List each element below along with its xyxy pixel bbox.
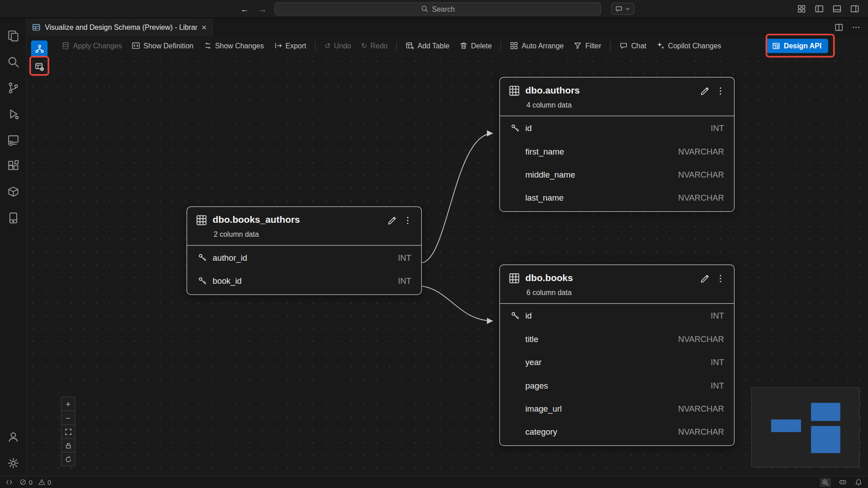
table-column-row[interactable]: categoryNVARCHAR <box>500 420 734 443</box>
table-column-row[interactable]: pagesINT <box>500 374 734 397</box>
designer-toolbar: Apply Changes Show Definition Show Chang… <box>27 37 868 55</box>
notifications-bell-icon[interactable] <box>855 479 863 486</box>
trash-icon <box>459 42 467 50</box>
table-column-row[interactable]: idINT <box>500 116 734 139</box>
table-rows: idINTtitleNVARCHARyearINTpagesINTimage_u… <box>500 304 734 443</box>
table-column-row[interactable]: author_idINT <box>187 246 421 269</box>
column-type: NVARCHAR <box>678 193 724 202</box>
zoom-in-button[interactable]: + <box>61 397 75 411</box>
table-icon <box>509 273 519 284</box>
lock-view-button[interactable] <box>61 438 75 453</box>
tab-title: Visualize and Design Schema (Preview) - … <box>45 23 197 31</box>
settings-gear-icon[interactable] <box>0 450 26 476</box>
fk-books-authors-to-authors <box>422 133 493 263</box>
export-button[interactable]: Export <box>269 39 311 52</box>
column-name: title <box>525 334 678 343</box>
column-type: NVARCHAR <box>678 427 724 436</box>
table-column-row[interactable]: titleNVARCHAR <box>500 327 734 350</box>
toggle-secondary-sidebar-icon[interactable] <box>850 5 859 14</box>
table-definition-button[interactable] <box>31 58 48 75</box>
show-definition-button[interactable]: Show Definition <box>127 39 198 52</box>
chat-bubble-icon <box>615 5 623 13</box>
database-cube-icon[interactable] <box>0 179 26 205</box>
more-actions-icon[interactable] <box>852 23 860 31</box>
sparkle-icon <box>656 42 665 50</box>
error-icon <box>19 479 27 486</box>
table-column-row[interactable]: middle_nameNVARCHAR <box>500 163 734 186</box>
zoom-status-icon[interactable] <box>820 478 830 487</box>
column-type: INT <box>398 253 411 262</box>
edit-table-icon[interactable] <box>387 215 397 225</box>
column-type: INT <box>398 276 411 285</box>
table-kebab-menu-icon[interactable] <box>716 274 725 283</box>
export-icon <box>274 42 282 50</box>
table-card-authors[interactable]: dbo.authors 4 column data idINTfirst_nam… <box>499 77 734 212</box>
tab-schema-designer[interactable]: Visualize and Design Schema (Preview) - … <box>27 18 212 36</box>
layout-grid-icon[interactable] <box>797 5 806 14</box>
database-projects-icon[interactable] <box>0 205 26 231</box>
diagram-minimap[interactable] <box>751 387 860 468</box>
redo-icon: ↻ <box>361 42 367 50</box>
toggle-sidebar-icon[interactable] <box>815 5 824 14</box>
run-debug-icon[interactable] <box>0 101 26 127</box>
schema-visualization-button[interactable] <box>31 40 48 57</box>
remote-explorer-icon[interactable] <box>0 127 26 153</box>
refresh-view-button[interactable] <box>61 452 75 466</box>
table-column-row[interactable]: image_urlNVARCHAR <box>500 397 734 420</box>
table-kebab-menu-icon[interactable] <box>403 216 412 225</box>
apply-changes-button[interactable]: Apply Changes <box>57 39 127 52</box>
edit-table-icon[interactable] <box>700 273 710 283</box>
table-card-books[interactable]: dbo.books 6 column data idINTtitleNVARCH… <box>499 264 734 446</box>
table-column-row[interactable]: yearINT <box>500 350 734 373</box>
table-column-row[interactable]: idINT <box>500 304 734 327</box>
toggle-panel-icon[interactable] <box>833 5 842 14</box>
copilot-changes-button[interactable]: Copilot Changes <box>651 39 726 52</box>
add-table-icon <box>406 42 414 50</box>
redo-label: Redo <box>370 42 387 50</box>
add-table-button[interactable]: Add Table <box>401 39 454 52</box>
table-kebab-menu-icon[interactable] <box>716 86 725 95</box>
undo-button[interactable]: ↺ Undo <box>320 39 356 52</box>
search-input[interactable]: Search <box>274 2 601 15</box>
search-activity-icon[interactable] <box>0 49 26 75</box>
split-editor-icon[interactable] <box>835 23 843 31</box>
auto-arrange-button[interactable]: Auto Arrange <box>505 39 569 52</box>
schema-canvas[interactable]: dbo.books_authors 2 column data author_i… <box>27 55 868 476</box>
table-card-books-authors[interactable]: dbo.books_authors 2 column data author_i… <box>187 206 422 295</box>
table-icon <box>509 85 519 96</box>
design-api-button[interactable]: Design API <box>765 38 828 53</box>
navigate-forward-button[interactable]: → <box>259 4 267 14</box>
column-name: image_url <box>525 404 678 413</box>
apply-changes-label: Apply Changes <box>73 42 122 50</box>
zoom-out-button[interactable]: − <box>61 411 75 425</box>
redo-button[interactable]: ↻ Redo <box>356 39 393 52</box>
fit-view-button[interactable] <box>61 424 75 439</box>
table-column-row[interactable]: last_nameNVARCHAR <box>500 186 734 209</box>
column-name: last_name <box>525 193 678 202</box>
warning-count: 0 <box>47 479 51 486</box>
filter-button[interactable]: Filter <box>569 39 606 52</box>
accounts-icon[interactable] <box>0 424 26 450</box>
table-column-row[interactable]: first_nameNVARCHAR <box>500 140 734 163</box>
table-column-row[interactable]: book_idINT <box>187 269 421 292</box>
table-column-count: 4 column data <box>500 96 734 116</box>
tab-close-button[interactable]: × <box>202 23 207 32</box>
tab-actions <box>835 18 868 36</box>
toolbar-separator <box>500 41 501 50</box>
titlebar-left: ← → <box>0 4 274 14</box>
problems-indicator[interactable]: 0 0 <box>19 479 51 486</box>
navigate-back-button[interactable]: ← <box>240 4 248 14</box>
extensions-icon[interactable] <box>0 153 26 179</box>
column-type: NVARCHAR <box>678 404 724 413</box>
chat-button[interactable]: Chat <box>614 39 651 52</box>
table-name: dbo.authors <box>525 85 694 96</box>
show-changes-button[interactable]: Show Changes <box>198 39 269 52</box>
remote-indicator-icon[interactable] <box>5 479 13 486</box>
show-definition-icon <box>132 42 140 50</box>
source-control-icon[interactable] <box>0 75 26 101</box>
edit-table-icon[interactable] <box>700 85 710 96</box>
copilot-menu-button[interactable] <box>611 3 634 15</box>
copilot-status-icon[interactable] <box>839 478 847 486</box>
explorer-icon[interactable] <box>0 23 26 49</box>
delete-button[interactable]: Delete <box>454 39 497 52</box>
